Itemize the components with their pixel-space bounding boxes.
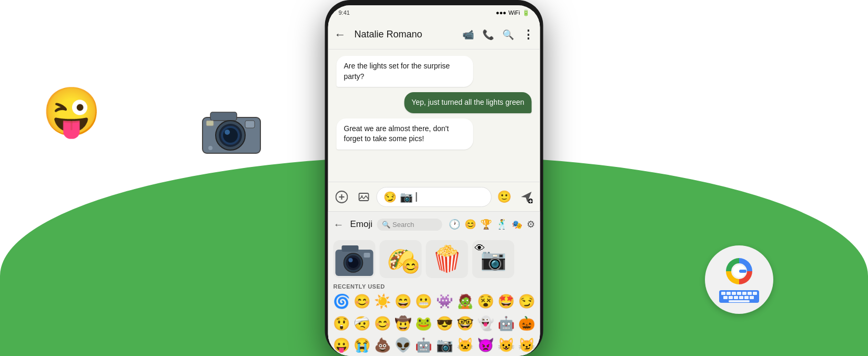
emoji-search-placeholder: Search (392, 221, 414, 229)
sticker-camera-1[interactable] (334, 240, 376, 278)
svg-rect-8 (206, 121, 214, 126)
emoji-11[interactable]: 😲 (331, 314, 351, 333)
emoji-9[interactable]: 🤩 (496, 292, 516, 311)
emoji-keyboard-title: Emoji (350, 219, 373, 230)
emoji-5[interactable]: 😬 (413, 292, 433, 311)
svg-rect-39 (744, 296, 749, 299)
svg-rect-35 (723, 296, 728, 299)
message-bubble-sent-1: Yep, just turned all the lights green (404, 92, 531, 113)
emoji-29[interactable]: 😺 (496, 335, 516, 355)
emoji-26[interactable]: 📷 (435, 335, 455, 355)
svg-rect-40 (750, 296, 754, 299)
emoji-keyboard-header: ← Emoji 🔍 Search 🕐 😊 🏆 🕺 🎭 ⚙ (328, 212, 540, 237)
contact-name: Natalie Romano (355, 29, 458, 40)
category-activity[interactable]: 🕺 (496, 219, 508, 230)
gallery-button[interactable] (355, 187, 374, 206)
emoji-10[interactable]: 😏 (517, 292, 537, 311)
emoji-8[interactable]: 😵 (476, 292, 496, 311)
category-trophy[interactable]: 🏆 (480, 219, 492, 230)
recently-used-label: RECENTLY USED (328, 281, 540, 291)
emoji-grid-row1: 🌀 😊 ☀️ 😄 😬 👾 🧟 😵 🤩 😏 (328, 291, 540, 312)
back-button[interactable]: ← (335, 28, 346, 42)
svg-rect-7 (245, 121, 255, 128)
svg-rect-26 (739, 270, 746, 273)
input-bar: 😏 📷 🙂 (328, 182, 540, 211)
floating-emoji-face: 😜 (42, 84, 101, 140)
sticker-row: 🌮 😊 🍿 📷 👁 (328, 237, 540, 281)
emoji-6[interactable]: 👾 (435, 292, 455, 311)
svg-rect-32 (742, 292, 746, 295)
add-button[interactable] (332, 187, 351, 206)
emoji-15[interactable]: 🐸 (413, 314, 433, 333)
svg-rect-37 (734, 296, 738, 299)
emoji-13[interactable]: 😊 (372, 314, 392, 333)
message-input[interactable]: 😏 📷 (377, 187, 492, 207)
emoji-keyboard: ← Emoji 🔍 Search 🕐 😊 🏆 🕺 🎭 ⚙ (328, 211, 540, 356)
svg-rect-31 (737, 292, 741, 295)
svg-rect-34 (753, 292, 757, 295)
svg-point-6 (225, 130, 230, 135)
emoji-grid-row2: 😲 🤕 😊 🤠 🐸 😎 🤓 👻 🤖 🎃 (328, 313, 540, 334)
emoji-button[interactable]: 🙂 (495, 187, 514, 206)
emoji-7[interactable]: 🧟 (455, 292, 475, 311)
emoji-25[interactable]: 🤖 (413, 335, 433, 355)
app-bar-icons: 📹 📞 🔍 ⋮ (462, 28, 534, 42)
emoji-search-icon: 🔍 (382, 221, 390, 229)
gboard-icon (705, 245, 773, 314)
emoji-28[interactable]: 👿 (476, 335, 496, 355)
phone-mockup: 9:41 ●●● WiFi 🔋 ← Natalie Romano 📹 📞 🔍 ⋮… (325, 0, 543, 356)
svg-rect-24 (364, 253, 370, 258)
sticker-popcorn[interactable]: 🍿 (426, 240, 468, 278)
svg-rect-28 (721, 292, 725, 295)
more-options-icon[interactable]: ⋮ (522, 28, 534, 42)
emoji-4[interactable]: 😄 (393, 292, 413, 311)
emoji-17[interactable]: 🤓 (455, 314, 475, 333)
svg-rect-33 (748, 292, 752, 295)
emoji-2[interactable]: 😊 (352, 292, 372, 311)
status-bar: 9:41 ●●● WiFi 🔋 (328, 5, 540, 20)
svg-point-23 (349, 258, 353, 262)
emoji-14[interactable]: 🤠 (393, 314, 413, 333)
emoji-3[interactable]: ☀️ (372, 292, 392, 311)
emoji-grid-row3: 😛 😭 💩 👽 🤖 📷 🐱 👿 😺 😼 (328, 334, 540, 356)
video-call-icon[interactable]: 📹 (462, 29, 474, 41)
messages-area: Are the lights set for the surprise part… (328, 50, 540, 182)
emoji-settings-icon[interactable]: ⚙ (527, 219, 535, 230)
message-bubble-received-1: Are the lights set for the surprise part… (337, 56, 473, 87)
svg-rect-38 (739, 296, 743, 299)
message-bubble-received-2: Great we are almost there, don't forget … (337, 118, 473, 150)
sticker-camera-2[interactable]: 📷 👁 (472, 240, 514, 278)
emoji-22[interactable]: 😭 (352, 335, 372, 355)
emoji-16[interactable]: 😎 (435, 314, 455, 333)
emoji-kb-back-button[interactable]: ← (334, 219, 344, 231)
emoji-24[interactable]: 👽 (393, 335, 413, 355)
floating-camera (200, 103, 263, 155)
app-bar: ← Natalie Romano 📹 📞 🔍 ⋮ (328, 20, 540, 50)
emoji-27[interactable]: 🐱 (455, 335, 475, 355)
search-icon[interactable]: 🔍 (502, 29, 514, 41)
emoji-search-box[interactable]: 🔍 Search (377, 219, 442, 231)
emoji-12[interactable]: 🤕 (352, 314, 372, 333)
phone-call-icon[interactable]: 📞 (482, 29, 494, 41)
sticker-taco[interactable]: 🌮 😊 (380, 240, 422, 278)
phone-screen: 9:41 ●●● WiFi 🔋 ← Natalie Romano 📹 📞 🔍 ⋮… (328, 5, 540, 356)
category-recent[interactable]: 🕐 (449, 219, 460, 230)
category-objects[interactable]: 🎭 (512, 220, 522, 230)
svg-rect-36 (729, 296, 733, 299)
svg-rect-41 (729, 300, 750, 302)
svg-point-9 (208, 146, 213, 150)
svg-point-5 (223, 128, 238, 143)
emoji-category-tabs: 🕐 😊 🏆 🕺 🎭 (449, 219, 522, 230)
svg-rect-30 (732, 292, 736, 295)
emoji-1[interactable]: 🌀 (331, 292, 351, 311)
emoji-23[interactable]: 💩 (372, 335, 392, 355)
svg-rect-1 (210, 112, 237, 121)
svg-rect-29 (726, 292, 731, 295)
category-face[interactable]: 😊 (465, 219, 476, 230)
svg-rect-19 (342, 245, 359, 252)
emoji-20[interactable]: 🎃 (517, 314, 537, 333)
emoji-19[interactable]: 🤖 (496, 314, 516, 333)
emoji-18[interactable]: 👻 (476, 314, 496, 333)
send-button[interactable] (517, 187, 536, 206)
